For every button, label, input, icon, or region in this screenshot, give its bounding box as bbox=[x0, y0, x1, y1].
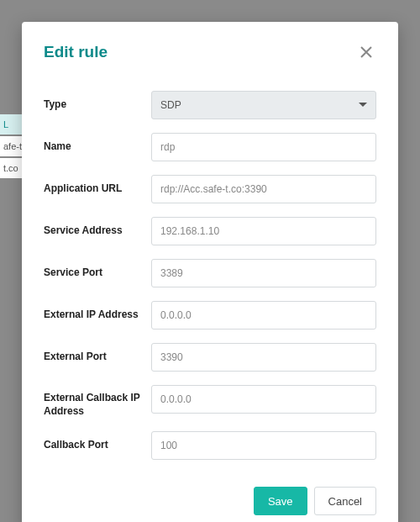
application-url-input[interactable] bbox=[151, 175, 376, 203]
service-port-input[interactable] bbox=[151, 259, 376, 287]
field-row-service-address: Service Address bbox=[44, 217, 376, 245]
external-port-input[interactable] bbox=[151, 343, 376, 372]
field-row-service-port: Service Port bbox=[44, 259, 376, 287]
callback-port-input[interactable] bbox=[151, 431, 376, 460]
name-label: Name bbox=[44, 140, 151, 154]
external-port-label: External Port bbox=[44, 351, 151, 364]
form-body: Type SDP Name Application URL Service Ad… bbox=[44, 91, 376, 460]
field-row-external-port: External Port bbox=[44, 343, 376, 372]
close-icon bbox=[360, 45, 373, 59]
name-input[interactable] bbox=[151, 133, 376, 161]
cancel-button[interactable]: Cancel bbox=[314, 487, 376, 515]
service-address-input[interactable] bbox=[151, 217, 376, 245]
field-row-application-url: Application URL bbox=[44, 175, 376, 203]
external-callback-ip-input[interactable] bbox=[151, 385, 376, 414]
field-row-callback-port: Callback Port bbox=[44, 431, 376, 460]
type-select[interactable]: SDP bbox=[151, 91, 376, 119]
service-address-label: Service Address bbox=[44, 224, 151, 238]
external-ip-label: External IP Address bbox=[44, 308, 151, 322]
field-row-external-ip: External IP Address bbox=[44, 301, 376, 330]
type-label: Type bbox=[44, 98, 151, 112]
save-button[interactable]: Save bbox=[254, 487, 307, 515]
external-callback-ip-label: External Callback IP Address bbox=[44, 385, 151, 418]
field-row-external-callback-ip: External Callback IP Address bbox=[44, 385, 376, 418]
service-port-label: Service Port bbox=[44, 266, 151, 280]
callback-port-label: Callback Port bbox=[44, 439, 151, 452]
close-button[interactable] bbox=[356, 42, 376, 62]
modal-header: Edit rule bbox=[44, 42, 376, 62]
external-ip-input[interactable] bbox=[151, 301, 376, 330]
field-row-name: Name bbox=[44, 133, 376, 161]
modal-title: Edit rule bbox=[44, 43, 108, 61]
modal-footer: Save Cancel bbox=[44, 487, 376, 515]
field-row-type: Type SDP bbox=[44, 91, 376, 119]
edit-rule-modal: Edit rule Type SDP Name Application URL bbox=[22, 22, 398, 522]
application-url-label: Application URL bbox=[44, 182, 151, 196]
